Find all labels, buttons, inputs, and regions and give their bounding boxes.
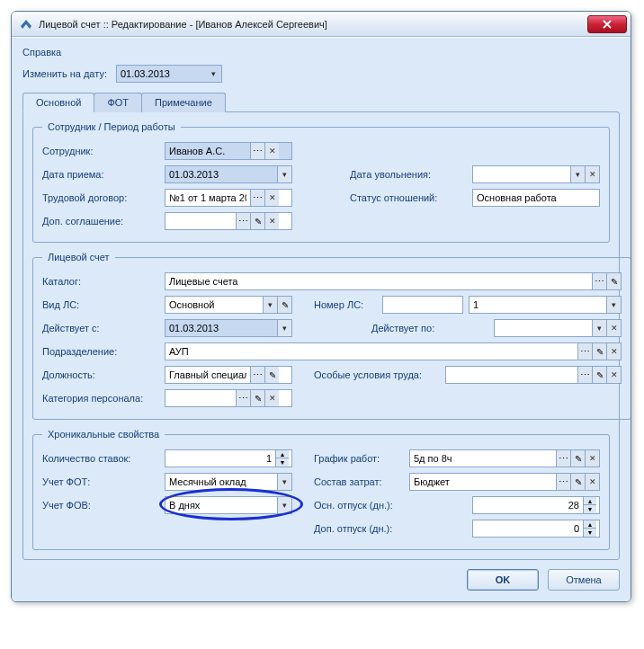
clear-icon[interactable] <box>606 320 621 336</box>
pos-field[interactable] <box>165 366 292 384</box>
ellipsis-icon[interactable] <box>236 213 250 229</box>
type-input[interactable] <box>165 297 263 313</box>
catalog-field[interactable] <box>165 272 622 290</box>
clear-icon[interactable] <box>264 190 279 206</box>
contract-field[interactable] <box>165 189 292 207</box>
edit-icon[interactable] <box>606 273 621 289</box>
chevron-down-icon[interactable] <box>570 166 585 182</box>
edit-icon[interactable] <box>277 297 291 313</box>
from-field[interactable] <box>165 319 292 337</box>
cancel-button[interactable]: Отмена <box>548 569 620 591</box>
fot-field[interactable] <box>165 473 292 491</box>
addvac-field[interactable]: ▲▼ <box>472 520 600 538</box>
ellipsis-icon[interactable] <box>556 450 570 467</box>
edit-icon[interactable] <box>250 390 264 406</box>
group-chronicle-legend: Хроникальные свойства <box>42 429 165 440</box>
tab-main[interactable]: Основной <box>22 93 94 112</box>
sched-input[interactable] <box>410 450 556 467</box>
sched-field[interactable] <box>409 449 600 467</box>
chevron-down-icon[interactable] <box>606 297 621 313</box>
cond-label: Особые условия труда: <box>314 369 440 380</box>
content-area: Справка Изменить на дату: Основной ФОТ П… <box>12 37 631 601</box>
clear-icon[interactable] <box>585 450 599 467</box>
chevron-down-icon[interactable] <box>277 497 291 513</box>
catalog-input[interactable] <box>165 273 592 289</box>
clear-icon[interactable] <box>264 390 279 406</box>
hire-date-input[interactable] <box>165 166 277 182</box>
clear-icon[interactable] <box>606 367 621 383</box>
fire-date-input[interactable] <box>473 166 570 182</box>
addagr-field[interactable] <box>165 212 292 230</box>
clear-icon[interactable] <box>264 143 279 159</box>
fire-date-field[interactable] <box>472 165 600 183</box>
clear-icon[interactable] <box>585 166 599 182</box>
to-field[interactable] <box>494 319 622 337</box>
chevron-down-icon[interactable] <box>277 166 291 182</box>
rates-input[interactable] <box>165 450 275 467</box>
chevron-down-icon[interactable] <box>263 297 277 313</box>
num-field-2[interactable] <box>469 296 622 314</box>
from-input[interactable] <box>165 320 277 336</box>
edit-icon[interactable] <box>570 450 585 467</box>
type-field[interactable] <box>165 296 292 314</box>
fot-input[interactable] <box>165 474 277 490</box>
dept-field[interactable] <box>165 342 622 360</box>
addagr-input[interactable] <box>165 213 236 229</box>
vac-input[interactable] <box>473 497 583 513</box>
ellipsis-icon[interactable] <box>250 190 264 206</box>
hire-date-field[interactable] <box>165 165 292 183</box>
fire-date-label: Дата увольнения: <box>350 169 467 180</box>
cat-input[interactable] <box>165 390 236 406</box>
cond-field[interactable] <box>445 366 622 384</box>
window-title: Лицевой счет :: Редактирование - [Иванов… <box>39 19 587 30</box>
vac-field[interactable]: ▲▼ <box>472 496 600 514</box>
ellipsis-icon[interactable] <box>250 367 264 383</box>
ok-button[interactable]: OK <box>467 569 539 591</box>
num-input-1[interactable] <box>383 297 461 313</box>
chevron-down-icon[interactable] <box>207 66 221 82</box>
contract-input[interactable] <box>165 190 250 206</box>
cat-field[interactable] <box>165 389 292 407</box>
ellipsis-icon[interactable] <box>577 343 592 360</box>
tab-note[interactable]: Примечание <box>141 93 226 112</box>
edit-icon[interactable] <box>592 367 606 383</box>
pos-input[interactable] <box>165 367 250 383</box>
cost-field[interactable] <box>409 473 600 491</box>
cond-input[interactable] <box>446 367 577 383</box>
fov-field[interactable] <box>165 496 292 514</box>
edit-icon[interactable] <box>592 343 606 360</box>
employee-input[interactable] <box>165 143 250 159</box>
spinner[interactable]: ▲▼ <box>583 520 596 537</box>
group-employee-legend: Сотрудник / Период работы <box>42 121 181 132</box>
menu-help[interactable]: Справка <box>22 45 620 65</box>
change-date-input[interactable] <box>117 66 207 82</box>
fov-input[interactable] <box>165 497 277 513</box>
chevron-down-icon[interactable] <box>277 320 291 336</box>
clear-icon[interactable] <box>264 213 279 229</box>
tab-fot[interactable]: ФОТ <box>94 93 142 112</box>
ellipsis-icon[interactable] <box>236 390 250 406</box>
chevron-down-icon[interactable] <box>277 474 291 490</box>
spinner[interactable]: ▲▼ <box>275 450 289 467</box>
dept-input[interactable] <box>165 343 577 360</box>
ellipsis-icon[interactable] <box>577 367 592 383</box>
to-input[interactable] <box>495 320 592 336</box>
ellipsis-icon[interactable] <box>592 273 606 289</box>
chevron-down-icon[interactable] <box>592 320 606 336</box>
clear-icon[interactable] <box>606 343 621 360</box>
change-date-field[interactable] <box>116 65 222 83</box>
rates-field[interactable]: ▲▼ <box>165 449 292 467</box>
edit-icon[interactable] <box>250 213 264 229</box>
num-field-1[interactable] <box>382 296 463 314</box>
num-input-2[interactable] <box>470 297 606 313</box>
edit-icon[interactable] <box>264 367 279 383</box>
clear-icon[interactable] <box>585 474 599 490</box>
spinner[interactable]: ▲▼ <box>583 497 596 513</box>
edit-icon[interactable] <box>570 474 585 490</box>
cost-input[interactable] <box>410 474 556 490</box>
close-button[interactable] <box>587 15 627 33</box>
ellipsis-icon[interactable] <box>556 474 570 490</box>
ellipsis-icon[interactable] <box>250 143 264 159</box>
addvac-input[interactable] <box>473 520 583 537</box>
employee-field[interactable] <box>165 142 292 160</box>
